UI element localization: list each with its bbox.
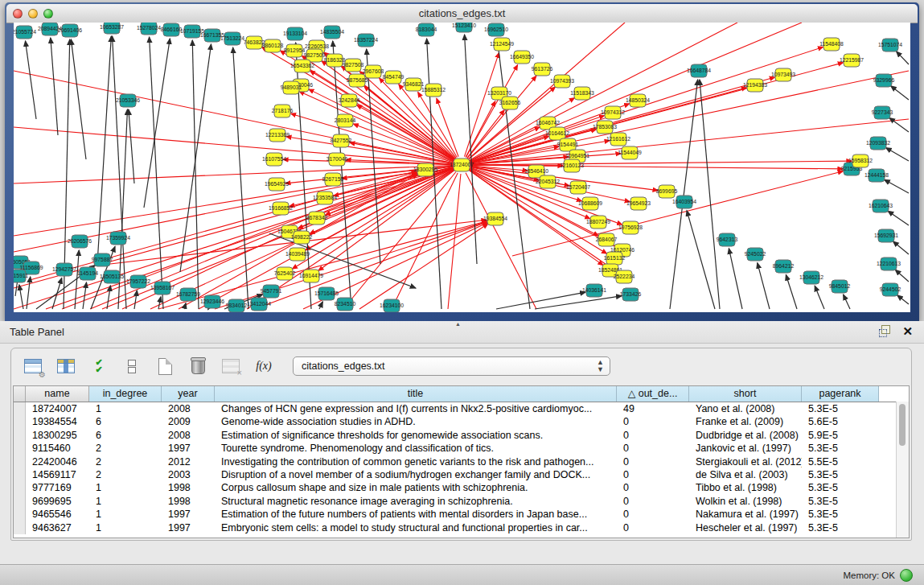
cell-in_degree[interactable]: 1 xyxy=(89,495,162,508)
graph-node[interactable]: 12213369 xyxy=(265,129,290,142)
import-table-icon[interactable] xyxy=(220,356,241,377)
table-selector-dropdown[interactable]: citations_edges.txt ▲▼ xyxy=(293,356,610,376)
graph-edge[interactable] xyxy=(129,109,134,183)
cell-title[interactable]: Disruption of a novel member of a sodium… xyxy=(215,468,617,481)
graph-node[interactable]: 16648784 xyxy=(687,64,711,77)
cell-title[interactable]: Embryonic stem cells: a model to study s… xyxy=(215,521,617,534)
graph-node[interactable]: 3162656 xyxy=(499,97,521,109)
select-columns-icon[interactable] xyxy=(55,356,76,377)
graph-node[interactable]: 21053346 xyxy=(116,94,140,107)
graph-node[interactable]: 8183044 xyxy=(416,23,437,36)
graph-node[interactable]: 9975887 xyxy=(92,253,113,266)
graph-edge[interactable] xyxy=(19,285,23,309)
window-titlebar[interactable]: citations_edges.txt xyxy=(6,4,918,23)
graph-node[interactable]: 2803144 xyxy=(335,114,356,127)
graph-edge[interactable] xyxy=(729,249,742,309)
graph-node[interactable]: 8699695 xyxy=(656,185,678,198)
graph-node[interactable]: 15692931 xyxy=(874,229,898,242)
graph-edge[interactable] xyxy=(14,71,453,163)
graph-node[interactable]: 16671355 xyxy=(200,29,224,42)
graph-node[interactable]: 9642313 xyxy=(717,233,738,246)
cell-title[interactable]: Tourette syndrome. Phenomenology and cla… xyxy=(215,442,617,455)
graph-node[interactable]: 8466160 xyxy=(161,23,183,36)
graph-node[interactable]: 9227343 xyxy=(872,106,893,119)
cell-title[interactable]: Genome-wide association studies in ADHD. xyxy=(215,415,617,428)
cell-name[interactable]: 9465546 xyxy=(26,508,89,521)
graph-node[interactable]: 8186328 xyxy=(324,54,346,67)
graph-node[interactable]: 17359924 xyxy=(106,232,130,245)
graph-node[interactable]: 12942757 xyxy=(52,263,76,276)
cell-short[interactable]: Nakamura et al. (1997) xyxy=(689,508,802,521)
graph-node[interactable]: 12210613 xyxy=(877,257,901,270)
cell-name[interactable]: 9115460 xyxy=(26,442,89,455)
graph-node[interactable]: 15885312 xyxy=(421,84,446,97)
graph-edge[interactable] xyxy=(470,47,823,162)
delete-table-icon[interactable] xyxy=(187,356,208,377)
graph-node[interactable]: 9245022 xyxy=(745,248,766,261)
split-pane-handle[interactable]: ▲ xyxy=(455,321,461,327)
cell-year[interactable]: 1998 xyxy=(162,481,215,494)
graph-node[interactable]: 18807249 xyxy=(586,216,610,229)
cell-out_degree[interactable]: 0 xyxy=(617,429,689,442)
row-options-icon[interactable] xyxy=(121,356,142,377)
graph-node[interactable]: 17957222 xyxy=(126,275,150,288)
cell-year[interactable]: 2012 xyxy=(162,455,215,468)
cell-name[interactable]: 19384554 xyxy=(26,415,89,428)
table-row[interactable]: 911546021997Tourette syndrome. Phenomeno… xyxy=(14,442,909,455)
graph-node[interactable]: 1615132 xyxy=(604,252,626,265)
graph-edge[interactable] xyxy=(470,119,909,164)
column-header-pagerank[interactable]: pagerank xyxy=(802,386,879,402)
graph-node[interactable]: 8267150 xyxy=(322,173,344,186)
cell-title[interactable]: Investigating the contribution of common… xyxy=(215,455,617,468)
graph-node[interactable]: 10653287 xyxy=(100,23,124,34)
graph-node[interactable]: 2718176 xyxy=(272,105,294,117)
graph-node[interactable]: 18357224 xyxy=(354,34,378,47)
cell-out_degree[interactable]: 49 xyxy=(617,402,689,415)
cell-year[interactable]: 1997 xyxy=(162,521,215,534)
cell-in_degree[interactable]: 2 xyxy=(89,455,162,468)
graph-node[interactable]: 8678342 xyxy=(306,212,328,225)
graph-edge[interactable] xyxy=(886,148,909,161)
cell-year[interactable]: 1998 xyxy=(162,495,215,508)
graph-node[interactable]: 10973493 xyxy=(771,68,795,81)
graph-node[interactable]: 8454749 xyxy=(383,71,405,84)
cell-out_degree[interactable]: 0 xyxy=(617,495,689,508)
graph-node[interactable]: 1733426 xyxy=(620,288,642,301)
table-row[interactable]: 1830029562008Estimation of significance … xyxy=(14,429,909,442)
graph-node[interactable]: 12353584 xyxy=(313,192,337,204)
graph-edge[interactable] xyxy=(470,167,582,201)
graph-node[interactable]: 12215987 xyxy=(840,54,864,67)
graph-node[interactable]: 9489031 xyxy=(281,81,302,94)
cell-year[interactable]: 2008 xyxy=(162,402,215,415)
cell-name[interactable]: 18300295 xyxy=(26,429,89,442)
cell-short[interactable]: de Silva et al. (2003) xyxy=(689,468,802,481)
cell-short[interactable]: Franke et al. (2009) xyxy=(689,415,802,428)
column-header-out_degree[interactable]: △ out_de... xyxy=(617,386,689,402)
graph-node[interactable]: 12161612 xyxy=(606,133,630,146)
cell-in_degree[interactable]: 2 xyxy=(89,442,162,455)
column-header-name[interactable]: name xyxy=(26,386,89,402)
new-table-icon[interactable] xyxy=(154,356,175,377)
graph-node[interactable]: 1498222 xyxy=(291,231,313,244)
cell-title[interactable]: Structural magnetic resonance image aver… xyxy=(215,495,617,508)
graph-node[interactable]: 16403954 xyxy=(672,196,696,208)
graph-edge[interactable] xyxy=(844,295,850,309)
cell-pagerank[interactable]: 5.3E-5 xyxy=(802,521,879,534)
graph-edge[interactable] xyxy=(687,211,715,309)
graph-node[interactable]: 16234100 xyxy=(380,299,404,312)
table-row[interactable]: 1872400712008Changes of HCN gene express… xyxy=(14,402,909,415)
cell-name[interactable]: 9777169 xyxy=(26,481,89,494)
cell-out_degree[interactable]: 0 xyxy=(617,415,689,428)
graph-edge[interactable] xyxy=(448,174,461,309)
graph-node[interactable]: 7463822 xyxy=(244,36,265,49)
function-builder-icon[interactable]: f(x) xyxy=(253,356,274,377)
cell-in_degree[interactable]: 1 xyxy=(89,521,162,534)
cell-title[interactable]: Corpus callosum shape and size in male p… xyxy=(215,481,617,494)
graph-node[interactable]: 12124549 xyxy=(490,38,514,51)
cell-short[interactable]: Dudbridge et al. (2008) xyxy=(689,429,802,442)
cell-pagerank[interactable]: 5.3E-5 xyxy=(802,442,879,455)
graph-edge[interactable] xyxy=(535,296,622,309)
cell-pagerank[interactable]: 5.3E-5 xyxy=(802,508,879,521)
graph-node[interactable]: 2522234 xyxy=(614,270,635,283)
graph-node[interactable]: 8234510 xyxy=(335,298,356,311)
